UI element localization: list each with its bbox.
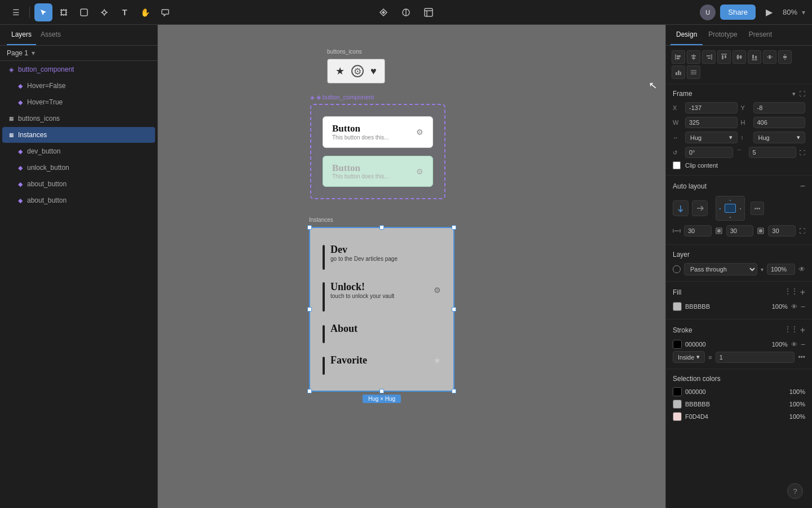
svg-rect-13 bbox=[81, 9, 87, 16]
align-right-btn[interactable] bbox=[702, 50, 716, 64]
stroke-grid-icon[interactable]: ⋮⋮ bbox=[784, 325, 798, 335]
padding-v-input[interactable] bbox=[726, 225, 754, 237]
align-top-btn[interactable] bbox=[717, 50, 731, 64]
hand-tool-button[interactable]: ✋ bbox=[136, 3, 154, 21]
handle-bm[interactable] bbox=[379, 389, 384, 393]
svg-rect-16 bbox=[425, 8, 433, 16]
stroke-width-input[interactable] bbox=[716, 352, 795, 363]
handle-br[interactable] bbox=[452, 389, 456, 393]
pen-tool-button[interactable] bbox=[95, 3, 113, 21]
layer-hover-false[interactable]: ◆ Hover=False bbox=[2, 78, 155, 94]
align-center-h-btn[interactable] bbox=[687, 50, 700, 64]
tidy-icon[interactable] bbox=[687, 65, 700, 79]
instances-frame[interactable]: Dev go to the Dev articles page Unlock! … bbox=[309, 227, 454, 392]
text-tool-button[interactable]: T bbox=[116, 3, 134, 21]
button-component-label-text: ◈ button_component bbox=[316, 94, 374, 100]
fill-eye-icon[interactable]: 👁 bbox=[791, 303, 797, 310]
play-button[interactable]: ▶ bbox=[760, 3, 778, 21]
fill-add-icon[interactable]: + bbox=[800, 287, 805, 297]
corner-radius-input[interactable] bbox=[749, 147, 797, 158]
handle-bl[interactable] bbox=[307, 389, 312, 393]
sel-color-2: BBBBBB 100% bbox=[673, 400, 805, 409]
handle-tr[interactable] bbox=[452, 225, 456, 230]
layer-buttons-icons-label: buttons_icons bbox=[18, 115, 151, 122]
help-button[interactable]: ? bbox=[787, 483, 803, 499]
share-button[interactable]: Share bbox=[720, 5, 756, 20]
align-center-v-btn[interactable] bbox=[732, 50, 746, 64]
handle-mr[interactable] bbox=[452, 307, 456, 312]
select-tool-button[interactable] bbox=[34, 3, 52, 21]
button-hover-true[interactable]: Button This button does this... ⚙ bbox=[323, 156, 433, 187]
stroke-add-icon[interactable]: + bbox=[800, 325, 805, 335]
stroke-eye-icon[interactable]: 👁 bbox=[791, 341, 797, 348]
padding-expand-icon[interactable]: ⛶ bbox=[799, 227, 805, 234]
sel-swatch-1[interactable] bbox=[673, 387, 682, 396]
user-avatar[interactable]: U bbox=[700, 5, 716, 20]
fill-color-swatch[interactable] bbox=[673, 302, 682, 311]
zoom-level[interactable]: 80% bbox=[783, 8, 797, 16]
stroke-remove-icon[interactable]: − bbox=[801, 340, 805, 349]
darkmode-button[interactable] bbox=[397, 3, 415, 21]
stroke-color-swatch[interactable] bbox=[673, 340, 682, 349]
layer-dev-button[interactable]: ◆ dev_button bbox=[2, 143, 155, 159]
fill-grid-icon[interactable]: ⋮⋮ bbox=[784, 287, 798, 297]
frame-expand-icon[interactable]: ⛶ bbox=[799, 90, 805, 98]
bar-chart-icon[interactable] bbox=[672, 65, 685, 79]
menu-button[interactable]: ☰ bbox=[7, 3, 25, 21]
align-left-btn[interactable] bbox=[672, 50, 685, 64]
rotation-input[interactable] bbox=[685, 147, 733, 158]
layer-about-button-1[interactable]: ◆ about_button bbox=[2, 176, 155, 192]
layer-hover-true[interactable]: ◆ Hover=True bbox=[2, 94, 155, 110]
button-hover-false[interactable]: Button This button does this... ⚙ bbox=[323, 116, 433, 148]
layer-about-button-2[interactable]: ◆ about_button bbox=[2, 192, 155, 208]
sel-swatch-2[interactable] bbox=[673, 400, 682, 409]
layer-buttons-icons[interactable]: ▦ buttons_icons bbox=[2, 111, 155, 126]
layout-button[interactable] bbox=[420, 3, 438, 21]
padding-grid-container: • • • • bbox=[716, 196, 745, 221]
h-input[interactable] bbox=[753, 117, 806, 128]
auto-layout-more-btn[interactable]: ••• bbox=[751, 202, 764, 215]
handle-tl[interactable] bbox=[307, 225, 312, 230]
canvas[interactable]: buttons_icons ★ ⚙ ♥ ◈ ◈ button_component… bbox=[158, 25, 665, 508]
opacity-input[interactable] bbox=[767, 264, 795, 275]
handle-tm[interactable] bbox=[379, 225, 384, 230]
corner-expand-icon[interactable]: ⛶ bbox=[800, 150, 805, 156]
tab-layers[interactable]: Layers bbox=[7, 25, 36, 45]
hug-w-select[interactable]: Hug ▾ bbox=[685, 132, 738, 143]
tab-assets[interactable]: Assets bbox=[36, 25, 65, 45]
y-input[interactable] bbox=[753, 102, 806, 113]
layer-eye-icon[interactable]: 👁 bbox=[798, 265, 805, 273]
zoom-dropdown[interactable]: ▾ bbox=[802, 8, 805, 16]
tab-design[interactable]: Design bbox=[670, 25, 703, 45]
sel-swatch-3[interactable] bbox=[673, 412, 682, 421]
clip-content-checkbox[interactable] bbox=[673, 161, 681, 169]
padding-h-input[interactable] bbox=[768, 225, 796, 237]
fill-color-row: BBBBBB 100% 👁 − bbox=[673, 302, 805, 311]
hug-h-select[interactable]: Hug ▾ bbox=[753, 132, 806, 143]
stroke-more-icon[interactable]: ••• bbox=[798, 353, 805, 361]
layer-instances[interactable]: ▦ Instances bbox=[2, 127, 155, 143]
comment-tool-button[interactable] bbox=[156, 3, 174, 21]
variant-icon-2: ◆ bbox=[16, 98, 25, 107]
handle-ml[interactable] bbox=[307, 307, 312, 312]
frame-tool-button[interactable] bbox=[55, 3, 73, 21]
auto-layout-minus-icon[interactable]: − bbox=[800, 181, 805, 191]
direction-down-btn[interactable] bbox=[673, 200, 689, 216]
x-input[interactable] bbox=[685, 102, 738, 113]
stroke-position-select[interactable]: Inside ▾ bbox=[673, 351, 705, 363]
page-selector[interactable]: Page 1 ▾ bbox=[0, 46, 157, 61]
tab-prototype[interactable]: Prototype bbox=[703, 25, 743, 45]
w-input[interactable] bbox=[685, 117, 738, 128]
fill-remove-icon[interactable]: − bbox=[801, 302, 805, 311]
distribute-v-btn[interactable] bbox=[778, 50, 792, 64]
components-button[interactable] bbox=[374, 3, 392, 21]
direction-right-btn[interactable] bbox=[692, 200, 708, 216]
layer-button-component[interactable]: ◈ button_component bbox=[2, 62, 155, 77]
blend-mode-select[interactable]: Pass through bbox=[684, 263, 757, 275]
tab-present[interactable]: Present bbox=[743, 25, 778, 45]
align-bottom-btn[interactable] bbox=[748, 50, 761, 64]
gap-input[interactable] bbox=[684, 225, 712, 237]
distribute-h-btn[interactable] bbox=[763, 50, 776, 64]
layer-unlock-button[interactable]: ◆ unlock_button bbox=[2, 160, 155, 176]
shape-tool-button[interactable] bbox=[75, 3, 93, 21]
